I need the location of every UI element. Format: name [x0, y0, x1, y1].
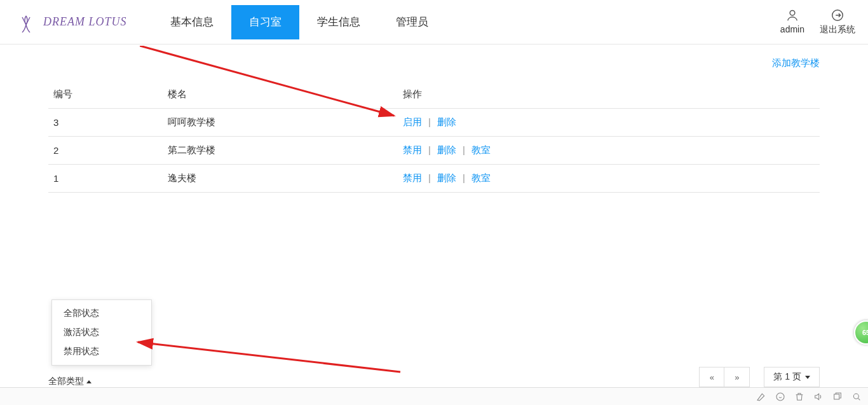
page-content: 添加教学楼 编号 楼名 操作 3呵呵教学楼启用|删除2第二教学楼禁用|删除|教室…	[0, 45, 868, 193]
col-header-id: 编号	[48, 81, 163, 109]
cell-name: 逸夫楼	[163, 165, 398, 193]
cell-id: 1	[48, 165, 163, 193]
svg-point-0	[790, 10, 795, 15]
nav-item-study-room[interactable]: 自习室	[231, 5, 299, 39]
action-link[interactable]: 删除	[437, 144, 456, 155]
nav-item-admin[interactable]: 管理员	[378, 5, 446, 39]
action-divider: |	[463, 172, 465, 183]
cell-name: 第二教学楼	[163, 137, 398, 165]
cell-actions: 禁用|删除|教室	[398, 165, 820, 193]
main-nav: 基本信息 自习室 学生信息 管理员	[153, 5, 446, 39]
col-header-actions: 操作	[398, 81, 820, 109]
action-link[interactable]: 教室	[471, 144, 491, 155]
logout-icon	[831, 8, 844, 22]
cell-id: 3	[48, 109, 163, 137]
table-header-row: 编号 楼名 操作	[48, 81, 820, 109]
cell-actions: 禁用|删除|教室	[398, 137, 820, 165]
nav-item-student-info[interactable]: 学生信息	[299, 5, 378, 39]
logout-label: 退出系统	[820, 24, 855, 36]
action-link[interactable]: 启用	[403, 116, 422, 127]
user-area: admin 退出系统	[780, 8, 855, 36]
brand-text: DREAM LOTUS	[43, 15, 127, 29]
brand-logo: DREAM LOTUS	[13, 9, 127, 36]
col-header-name: 楼名	[163, 81, 398, 109]
action-link[interactable]: 禁用	[403, 144, 422, 155]
lotus-icon	[13, 9, 39, 36]
user-name-label: admin	[780, 24, 804, 34]
action-divider: |	[428, 116, 431, 127]
user-icon	[785, 8, 799, 22]
table-row: 2第二教学楼禁用|删除|教室	[48, 137, 820, 165]
action-divider: |	[428, 144, 431, 155]
table-row: 3呵呵教学楼启用|删除	[48, 109, 820, 137]
add-building-link[interactable]: 添加教学楼	[772, 57, 820, 69]
action-divider: |	[428, 172, 431, 183]
top-navbar: DREAM LOTUS 基本信息 自习室 学生信息 管理员 admin 退出系统	[0, 0, 868, 45]
cell-name: 呵呵教学楼	[163, 109, 398, 137]
action-link[interactable]: 禁用	[403, 172, 422, 183]
action-link[interactable]: 删除	[437, 172, 456, 183]
nav-item-basic-info[interactable]: 基本信息	[153, 5, 231, 39]
logout-button[interactable]: 退出系统	[820, 8, 855, 36]
table-row: 1逸夫楼禁用|删除|教室	[48, 165, 820, 193]
action-divider: |	[463, 144, 465, 155]
cell-id: 2	[48, 137, 163, 165]
action-link[interactable]: 删除	[437, 116, 456, 127]
building-table: 编号 楼名 操作 3呵呵教学楼启用|删除2第二教学楼禁用|删除|教室1逸夫楼禁用…	[48, 81, 820, 193]
cell-actions: 启用|删除	[398, 109, 820, 137]
action-link[interactable]: 教室	[471, 172, 491, 183]
user-profile[interactable]: admin	[780, 8, 804, 34]
